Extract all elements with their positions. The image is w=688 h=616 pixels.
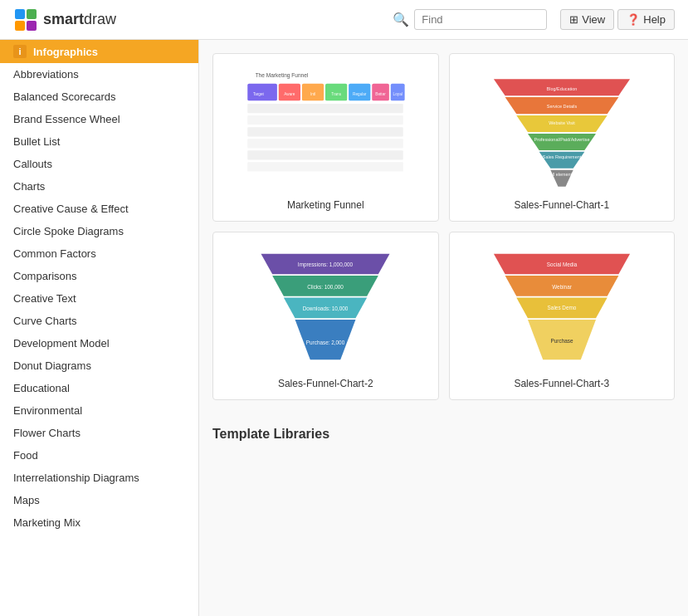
sidebar-item-brand-essence-wheel[interactable]: Brand Essence Wheel bbox=[0, 108, 198, 130]
sales-funnel-2-svg: Impressions: 1,000,000 Clicks: 100,000 D… bbox=[246, 242, 404, 371]
sidebar-item-maps[interactable]: Maps bbox=[0, 489, 198, 511]
sidebar-item-marketing-mix[interactable]: Marketing Mix bbox=[0, 511, 198, 534]
svg-rect-22 bbox=[248, 139, 404, 148]
sales-funnel-3-visual: Social Media Webinar Sales Demo Purchase bbox=[460, 242, 665, 371]
template-libraries-section: Template Libraries bbox=[212, 420, 675, 442]
svg-text:Sales Requirement: Sales Requirement bbox=[542, 154, 581, 159]
grid-icon: ⊞ bbox=[569, 13, 578, 26]
template-grid: The Marketing Funnel Target Aware Intl T… bbox=[212, 53, 675, 400]
sidebar-item-food[interactable]: Food bbox=[0, 444, 198, 467]
svg-text:Professional/Paid/Advertise: Professional/Paid/Advertise bbox=[534, 137, 589, 142]
svg-rect-3 bbox=[27, 21, 37, 31]
svg-rect-23 bbox=[248, 150, 404, 159]
sales-funnel-3-label: Sales-Funnel-Chart-3 bbox=[514, 378, 609, 389]
logo-text: smartdraw bbox=[43, 11, 116, 28]
svg-text:Intl: Intl bbox=[310, 91, 315, 95]
marketing-funnel-visual: The Marketing Funnel Target Aware Intl T… bbox=[223, 64, 428, 193]
sidebar-item-infographics[interactable]: i Infographics bbox=[0, 40, 198, 63]
sidebar-item-environmental[interactable]: Environmental bbox=[0, 399, 198, 422]
svg-text:Service Details: Service Details bbox=[547, 104, 578, 109]
search-button[interactable]: 🔍 bbox=[393, 12, 409, 27]
template-card-sales-funnel-3[interactable]: Social Media Webinar Sales Demo Purchase… bbox=[449, 232, 676, 400]
svg-rect-19 bbox=[248, 104, 404, 113]
svg-text:Social Media: Social Media bbox=[547, 262, 578, 267]
sidebar-item-circle-spoke-diagrams[interactable]: Circle Spoke Diagrams bbox=[0, 220, 198, 242]
sidebar-item-creative-text[interactable]: Creative Text bbox=[0, 287, 198, 310]
svg-text:Sales Demo: Sales Demo bbox=[547, 305, 576, 310]
sidebar-item-donut-diagrams[interactable]: Donut Diagrams bbox=[0, 354, 198, 377]
main-layout: i Infographics Abbreviations Balanced Sc… bbox=[0, 40, 688, 616]
svg-text:Blog/Education: Blog/Education bbox=[546, 86, 577, 91]
smartdraw-logo-icon bbox=[13, 7, 38, 32]
svg-text:Downloads: 10,000: Downloads: 10,000 bbox=[303, 306, 349, 311]
svg-text:Website Visit: Website Visit bbox=[549, 120, 575, 125]
svg-rect-20 bbox=[248, 115, 404, 125]
svg-text:All elements: All elements bbox=[549, 172, 574, 177]
sidebar-item-callouts[interactable]: Callouts bbox=[0, 153, 198, 175]
svg-rect-1 bbox=[27, 9, 37, 19]
template-card-sales-funnel-2[interactable]: Impressions: 1,000,000 Clicks: 100,000 D… bbox=[212, 232, 439, 400]
search-input[interactable] bbox=[414, 9, 547, 30]
sidebar-item-comparisons[interactable]: Comparisons bbox=[0, 265, 198, 287]
svg-text:Webinar: Webinar bbox=[552, 284, 573, 290]
toolbar-right: ⊞ View ❓ Help bbox=[560, 9, 675, 30]
svg-rect-21 bbox=[248, 127, 404, 136]
svg-text:Impressions: 1,000,000: Impressions: 1,000,000 bbox=[298, 262, 354, 268]
search-area: 🔍 bbox=[393, 9, 547, 30]
sidebar-item-balanced-scorecards[interactable]: Balanced Scorecards bbox=[0, 86, 198, 108]
sales-funnel-2-visual: Impressions: 1,000,000 Clicks: 100,000 D… bbox=[223, 242, 428, 371]
svg-rect-24 bbox=[248, 162, 404, 171]
sales-funnel-1-visual: Blog/Education Service Details Website V… bbox=[460, 64, 665, 193]
help-icon: ❓ bbox=[627, 13, 640, 26]
sales-funnel-3-svg: Social Media Webinar Sales Demo Purchase bbox=[483, 242, 641, 371]
svg-text:Clicks: 100,000: Clicks: 100,000 bbox=[307, 284, 344, 290]
marketing-funnel-svg: The Marketing Funnel Target Aware Intl T… bbox=[238, 66, 412, 191]
app-header: smartdraw 🔍 ⊞ View ❓ Help bbox=[0, 0, 688, 40]
svg-text:Purchase: Purchase bbox=[550, 338, 573, 344]
template-libraries-title: Template Libraries bbox=[212, 420, 675, 442]
sales-funnel-1-svg: Blog/Education Service Details Website V… bbox=[483, 64, 641, 193]
svg-rect-0 bbox=[15, 9, 25, 19]
svg-text:Loyal: Loyal bbox=[393, 91, 403, 95]
svg-rect-2 bbox=[15, 21, 25, 31]
logo: smartdraw bbox=[13, 7, 116, 32]
template-card-marketing-funnel[interactable]: The Marketing Funnel Target Aware Intl T… bbox=[212, 53, 439, 222]
help-button[interactable]: ❓ Help bbox=[617, 9, 675, 30]
view-button[interactable]: ⊞ View bbox=[560, 9, 614, 30]
svg-text:Trans: Trans bbox=[331, 91, 341, 95]
sidebar-item-charts[interactable]: Charts bbox=[0, 175, 198, 198]
sidebar-item-interrelationship-diagrams[interactable]: Interrelationship Diagrams bbox=[0, 467, 198, 489]
sidebar-item-bullet-list[interactable]: Bullet List bbox=[0, 130, 198, 153]
marketing-funnel-label: Marketing Funnel bbox=[287, 199, 364, 211]
sidebar-item-development-model[interactable]: Development Model bbox=[0, 332, 198, 354]
template-card-sales-funnel-1[interactable]: Blog/Education Service Details Website V… bbox=[449, 53, 676, 222]
sidebar-item-curve-charts[interactable]: Curve Charts bbox=[0, 310, 198, 332]
sidebar-item-common-factors[interactable]: Common Factors bbox=[0, 242, 198, 265]
svg-text:Purchase: 2,000: Purchase: 2,000 bbox=[306, 340, 345, 345]
sidebar: i Infographics Abbreviations Balanced Sc… bbox=[0, 40, 199, 616]
sales-funnel-2-label: Sales-Funnel-Chart-2 bbox=[278, 378, 373, 389]
svg-text:The Marketing Funnel: The Marketing Funnel bbox=[256, 72, 309, 79]
sidebar-item-creative-cause-effect[interactable]: Creative Cause & Effect bbox=[0, 198, 198, 220]
sidebar-item-flower-charts[interactable]: Flower Charts bbox=[0, 422, 198, 444]
sidebar-item-abbreviations[interactable]: Abbreviations bbox=[0, 63, 198, 86]
svg-text:Better: Better bbox=[376, 91, 387, 95]
svg-text:Aware: Aware bbox=[285, 91, 296, 95]
info-icon: i bbox=[13, 45, 27, 58]
sidebar-item-educational[interactable]: Educational bbox=[0, 377, 198, 399]
content-area: The Marketing Funnel Target Aware Intl T… bbox=[199, 40, 688, 616]
svg-text:Target: Target bbox=[253, 91, 265, 95]
svg-text:Regular: Regular bbox=[353, 91, 367, 95]
sales-funnel-1-label: Sales-Funnel-Chart-1 bbox=[514, 199, 609, 211]
